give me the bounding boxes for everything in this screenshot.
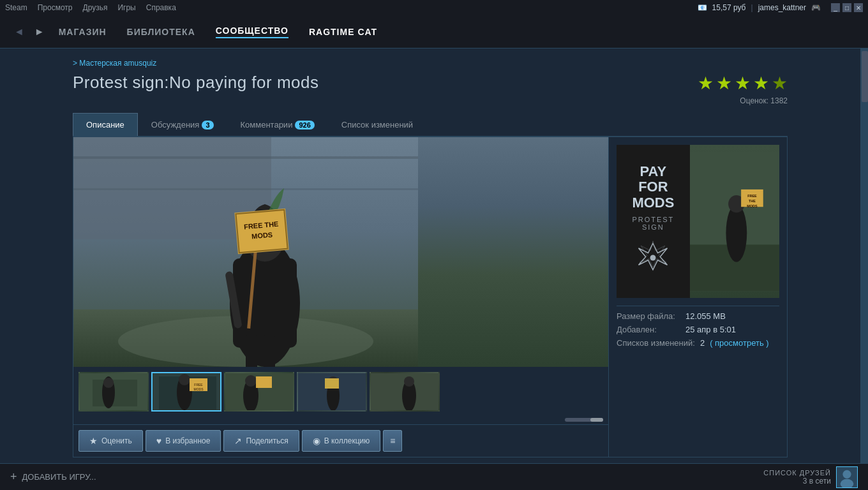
collection-button[interactable]: ◉ В коллекцию	[302, 430, 381, 452]
share-label: Поделиться	[246, 436, 288, 445]
notification-icon[interactable]: 📧	[698, 3, 707, 12]
file-size-label: Размер файла:	[617, 311, 680, 321]
rate-button[interactable]: ★ Оценить	[79, 430, 143, 452]
star-2: ★	[716, 73, 732, 94]
menu-help[interactable]: Справка	[146, 3, 176, 12]
media-area: FREE THE MODS	[73, 137, 608, 457]
thumbnail-img-2: FREE MODS	[153, 373, 221, 412]
page-inner: > Мастерская amusquiz Protest sign:No pa…	[60, 48, 800, 468]
favorite-button[interactable]: ♥ В избранное	[146, 430, 221, 452]
svg-point-26	[179, 374, 190, 385]
file-changes-label: Списков изменений:	[617, 338, 695, 348]
favorite-label: В избранное	[165, 436, 210, 445]
view-changes-link[interactable]: ( просмотреть )	[710, 338, 768, 348]
rate-icon: ★	[89, 436, 98, 446]
friends-label[interactable]: СПИСОК ДРУЗЕЙ	[763, 469, 831, 477]
menu-view[interactable]: Просмотр	[38, 3, 73, 12]
nav-bar: ◄ ► МАГАЗИН БИБЛИОТЕКА СООБЩЕСТВО RAGTIM…	[0, 15, 868, 48]
tabs: Описание Обсуждения3 Комментарии926 Спис…	[73, 113, 788, 137]
main-image: FREE THE MODS	[73, 137, 608, 367]
svg-rect-20	[93, 380, 137, 406]
content-layout: FREE THE MODS	[73, 137, 788, 457]
breadcrumb[interactable]: > Мастерская amusquiz	[73, 59, 788, 68]
tab-description[interactable]: Описание	[73, 113, 138, 136]
close-button[interactable]: ✕	[854, 3, 863, 12]
title-area: Protest sign:No paying for mods ★ ★ ★ ★ …	[73, 73, 788, 105]
thumbnail-img-3	[225, 373, 294, 412]
scrollbar-track	[861, 48, 868, 490]
menu-steam[interactable]: Steam	[5, 3, 27, 12]
more-button[interactable]: ≡	[383, 430, 402, 452]
svg-rect-37	[325, 378, 339, 389]
preview-mods: MODS	[632, 195, 674, 211]
star-3: ★	[735, 73, 751, 94]
svg-point-44	[726, 204, 747, 262]
divider	[617, 306, 779, 306]
thumbnail-1[interactable]	[79, 372, 149, 412]
nav-community[interactable]: СООБЩЕСТВО	[216, 26, 288, 38]
file-added-value: 25 апр в 5:01	[685, 325, 736, 334]
minimize-button[interactable]: _	[831, 3, 840, 12]
file-changes-row: Списков изменений: 2 ( просмотреть )	[617, 338, 779, 348]
svg-text:FREE: FREE	[747, 194, 757, 198]
add-game-plus-icon: +	[10, 470, 17, 484]
tab-comments[interactable]: Комментарии926	[227, 113, 328, 136]
collection-icon: ◉	[313, 436, 320, 446]
preview-inner: PAY FOR MODS PROTESTSIGN	[617, 145, 779, 298]
add-game-button[interactable]: + ДОБАВИТЬ ИГРУ...	[10, 470, 96, 484]
svg-point-32	[245, 375, 257, 387]
thumbnail-img-5	[371, 373, 440, 412]
svg-rect-16	[264, 335, 275, 367]
tab-discussions[interactable]: Обсуждения3	[138, 113, 227, 136]
star-4: ★	[753, 73, 769, 94]
svg-rect-2	[73, 156, 418, 159]
action-buttons: ★ Оценить ♥ В избранное ↗ Поделиться ◉	[73, 424, 608, 457]
file-added-label: Добавлен:	[617, 325, 680, 334]
balance: 15,57 руб	[712, 3, 746, 12]
favorite-icon: ♥	[156, 436, 161, 446]
menu-games[interactable]: Игры	[117, 3, 135, 12]
thumbnail-strip: FREE MODS	[73, 367, 608, 417]
nav-links: МАГАЗИН БИБЛИОТЕКА СООБЩЕСТВО RAGTIME CA…	[59, 26, 377, 38]
preview-image: PAY FOR MODS PROTESTSIGN	[617, 145, 779, 298]
page-area: > Мастерская amusquiz Protest sign:No pa…	[0, 48, 860, 490]
nav-store[interactable]: МАГАЗИН	[59, 27, 107, 37]
thumbnail-3[interactable]	[224, 372, 294, 412]
bottom-bar: + ДОБАВИТЬ ИГРУ... СПИСОК ДРУЗЕЙ 3 в сет…	[0, 463, 868, 490]
maximize-button[interactable]: □	[842, 3, 851, 12]
thumbnail-5[interactable]	[370, 372, 440, 412]
system-bar: Steam Просмотр Друзья Игры Справка 📧 15,…	[0, 0, 868, 15]
system-bar-menus: Steam Просмотр Друзья Игры Справка	[5, 3, 176, 12]
nav-library[interactable]: БИБЛИОТЕКА	[127, 27, 195, 37]
forward-button[interactable]: ►	[31, 24, 49, 40]
menu-friends[interactable]: Друзья	[83, 3, 108, 12]
file-size-value: 12.055 MB	[685, 311, 726, 321]
svg-point-41	[650, 255, 656, 260]
thumbnail-scrollbar[interactable]	[565, 418, 603, 422]
username[interactable]: james_kattner	[758, 3, 806, 12]
thumbnail-2[interactable]: FREE MODS	[151, 372, 221, 412]
nav-username[interactable]: RAGTIME CAT	[309, 27, 377, 37]
friends-avatar[interactable]	[836, 466, 858, 488]
system-bar-right: 📧 15,57 руб | james_kattner 🎮 _ □ ✕	[698, 3, 863, 12]
file-size-row: Размер файла: 12.055 MB	[617, 311, 779, 321]
svg-rect-15	[246, 335, 257, 367]
tab-changelog[interactable]: Список изменений	[328, 113, 426, 136]
thumb-scroll-area	[73, 417, 608, 424]
thumbnail-4[interactable]	[297, 372, 367, 412]
scrollbar[interactable]	[860, 48, 868, 490]
friends-info: СПИСОК ДРУЗЕЙ 3 в сети	[763, 466, 858, 488]
scrollbar-thumb[interactable]	[862, 51, 868, 102]
file-added-row: Добавлен: 25 апр в 5:01	[617, 325, 779, 334]
discussions-badge: 3	[202, 121, 213, 130]
preview-pay: PAY	[632, 164, 674, 179]
svg-rect-3	[73, 188, 418, 190]
svg-point-22	[103, 378, 114, 388]
nav-arrows: ◄ ►	[10, 24, 49, 40]
back-button[interactable]: ◄	[10, 24, 28, 40]
preview-right: FREE THE MODS	[690, 145, 779, 298]
preview-left: PAY FOR MODS PROTESTSIGN	[617, 145, 690, 298]
star-5: ★	[772, 73, 788, 94]
share-button[interactable]: ↗ Поделиться	[223, 430, 299, 452]
star-rating: ★ ★ ★ ★ ★	[698, 73, 788, 94]
